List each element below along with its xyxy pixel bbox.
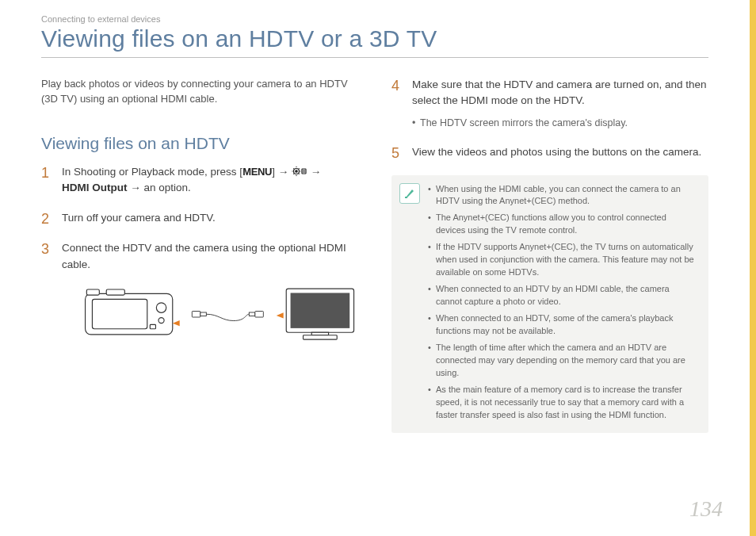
camera-icon — [82, 283, 181, 346]
svg-point-5 — [156, 303, 166, 312]
breadcrumb: Connecting to external devices — [41, 14, 708, 24]
step-4-sub: The HDTV screen mirrors the camera's dis… — [412, 116, 708, 131]
svg-rect-10 — [193, 311, 201, 317]
step-1-text-mid2: → — [307, 166, 321, 178]
tv-icon — [275, 281, 358, 349]
step-5: 5 View the videos and photos using the b… — [391, 144, 708, 160]
note-list: When using the HDMI cable, you can conne… — [428, 183, 697, 422]
note-item: If the HDTV supports Anynet+(CEC), the T… — [428, 241, 697, 279]
note-item: When connected to an HDTV by an HDMI cab… — [428, 283, 697, 308]
step-number-3: 3 — [41, 239, 49, 260]
right-column: 4 Make sure that the HDTV and camera are… — [391, 77, 708, 433]
accent-bar — [750, 0, 756, 536]
steps-right: 4 Make sure that the HDTV and camera are… — [391, 77, 708, 161]
left-column: Play back photos or videos by connecting… — [41, 77, 358, 433]
section-heading: Viewing files on an HDTV — [41, 134, 358, 153]
step-1-text-mid1: ] → — [272, 166, 292, 178]
note-box: When using the HDMI cable, you can conne… — [391, 175, 708, 434]
svg-rect-13 — [255, 311, 264, 317]
note-item: The Anynet+(CEC) functions allow you to … — [428, 212, 697, 237]
step-number-1: 1 — [41, 163, 49, 184]
note-item: The length of time after which the camer… — [428, 342, 697, 380]
step-number-2: 2 — [41, 209, 49, 230]
svg-rect-18 — [405, 197, 407, 198]
svg-rect-17 — [304, 335, 338, 339]
step-number-4: 4 — [391, 75, 399, 97]
svg-rect-7 — [150, 324, 155, 328]
menu-label: MENU — [242, 166, 272, 178]
step-3: 3 Connect the HDTV and the camera using … — [41, 240, 358, 349]
svg-point-1 — [296, 170, 297, 171]
page-title: Viewing files on an HDTV or a 3D TV — [41, 25, 708, 52]
step-5-text: View the videos and photos using the but… — [412, 146, 701, 158]
svg-rect-4 — [92, 299, 147, 328]
step-1-bold: HDMI Output — [62, 182, 127, 193]
title-rule — [41, 57, 708, 58]
step-2: 2 Turn off your camera and HDTV. — [41, 210, 358, 226]
step-1: 1 In Shooting or Playback mode, press [M… — [41, 164, 358, 197]
svg-point-6 — [158, 317, 164, 323]
step-1-text-pre: In Shooting or Playback mode, press [ — [62, 166, 242, 178]
arrow-icon — [173, 320, 180, 326]
step-2-text: Turn off your camera and HDTV. — [62, 212, 216, 224]
step-number-5: 5 — [391, 143, 399, 164]
intro-text: Play back photos or videos by connecting… — [41, 77, 358, 107]
note-item: When using the HDMI cable, you can conne… — [428, 183, 697, 209]
svg-rect-12 — [250, 312, 256, 316]
step-3-text: Connect the HDTV and the camera using th… — [62, 242, 346, 270]
note-item: As the main feature of a memory card is … — [428, 384, 697, 422]
arrow-icon — [277, 312, 284, 318]
svg-rect-2 — [302, 169, 306, 174]
gear-icon — [292, 166, 307, 177]
page-number: 134 — [689, 496, 723, 522]
svg-rect-9 — [86, 289, 99, 295]
connection-diagram — [82, 281, 358, 349]
steps-left: 1 In Shooting or Playback mode, press [M… — [41, 164, 358, 349]
note-item: When connected to an HDTV, some of the c… — [428, 312, 697, 338]
step-1-text-post: → an option. — [127, 182, 190, 193]
hdmi-cable-icon — [185, 303, 270, 327]
step-4: 4 Make sure that the HDTV and camera are… — [391, 77, 708, 130]
svg-rect-8 — [106, 289, 124, 295]
note-icon — [399, 183, 420, 204]
step-4-text: Make sure that the HDTV and camera are t… — [412, 78, 706, 106]
svg-rect-15 — [291, 293, 350, 327]
svg-rect-11 — [200, 312, 207, 316]
